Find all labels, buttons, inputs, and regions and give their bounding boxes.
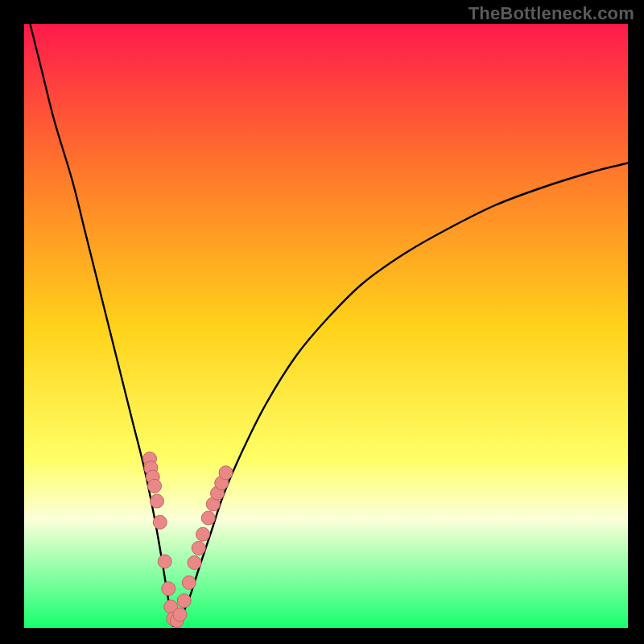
- data-point: [162, 582, 175, 596]
- data-point: [188, 556, 201, 570]
- data-point: [219, 466, 233, 480]
- chart-frame: TheBottleneck.com: [0, 0, 644, 644]
- data-point: [196, 527, 210, 541]
- gradient-background: [24, 24, 628, 628]
- data-point: [153, 515, 167, 529]
- data-point: [177, 594, 191, 608]
- data-point: [192, 542, 205, 555]
- data-point: [182, 576, 196, 589]
- data-point: [151, 494, 164, 508]
- watermark-text: TheBottleneck.com: [469, 3, 634, 24]
- data-point: [201, 511, 215, 525]
- data-point: [158, 555, 171, 568]
- data-point: [173, 608, 187, 621]
- data-point: [148, 479, 162, 493]
- bottleneck-chart: [24, 24, 628, 628]
